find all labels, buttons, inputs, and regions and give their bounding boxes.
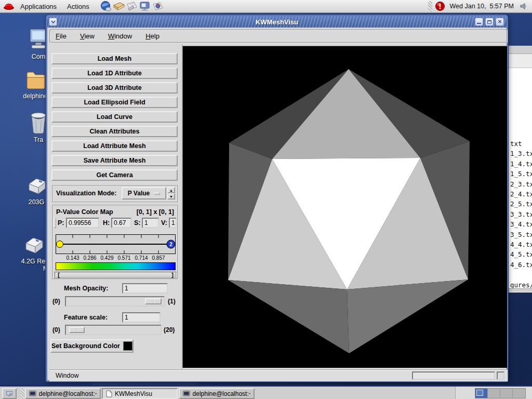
visualization-mode-dropdown[interactable]: P Value — [122, 187, 166, 200]
colormap-range-scrollbar[interactable]: [ ] — [55, 272, 177, 278]
web-browser-launcher[interactable] — [100, 1, 113, 12]
window-title: KWMeshVisu — [47, 18, 507, 26]
document-icon — [106, 390, 112, 397]
set-background-color-label: Set Background Color — [51, 342, 120, 350]
scrollbar-thumb[interactable]: [ ] — [56, 273, 176, 277]
colormap-frame: P-Value Color Map [0, 1] x [0, 1] P: H: … — [51, 204, 178, 279]
load-attribute-mesh-button[interactable]: Load Attribute Mesh — [51, 140, 178, 152]
disk-icon — [25, 177, 48, 197]
taskbar-drag-handle[interactable] — [20, 389, 24, 399]
s-value-field[interactable] — [142, 218, 159, 228]
redhat-menu-button[interactable] — [2, 1, 15, 12]
control-point-badge: 2 — [169, 242, 172, 247]
chevron-down-icon — [51, 20, 56, 23]
actions-menu[interactable]: Actions — [62, 3, 95, 10]
workspace-4[interactable] — [513, 389, 525, 398]
menu-window[interactable]: Window — [108, 32, 132, 40]
feature-slider-handle[interactable] — [69, 327, 85, 333]
workspace-3[interactable] — [500, 389, 513, 398]
mode-spinner-up[interactable]: ▲ — [167, 187, 175, 193]
web-browser-icon — [100, 1, 112, 12]
workspace-1[interactable] — [475, 389, 488, 398]
impress-launcher[interactable] — [139, 1, 152, 12]
minimize-button[interactable] — [475, 18, 483, 26]
visualization-mode-frame: Visualization Mode: P Value ▲ ▼ — [51, 184, 178, 202]
arrow-up-icon: ▲ — [169, 189, 173, 192]
h-label: H: — [103, 219, 110, 227]
transfer-function-editor[interactable]: 2 — [56, 234, 176, 254]
load-3d-attribute-button[interactable]: Load 3D Attribute — [51, 82, 178, 94]
h-value-field[interactable] — [111, 218, 131, 228]
task-label: delphine@localhost:~ — [193, 390, 250, 397]
task-kwmeshvisu[interactable]: KWMeshVisu — [102, 388, 178, 399]
p-label: P: — [58, 219, 64, 227]
titlebar[interactable]: KWMeshVisu ✕ — [47, 16, 507, 28]
feature-min-label: (0) — [52, 326, 60, 334]
writer-launcher[interactable] — [126, 1, 139, 12]
background-terminal-window[interactable]: txt1_3.tx1_4.tx1_5.tx2_3.tx2_4.tx2_5.tx3… — [508, 46, 532, 292]
workspace-tray — [455, 387, 532, 399]
clean-attributes-button[interactable]: Clean Attributes — [51, 126, 178, 137]
feature-scale-field[interactable] — [122, 312, 161, 323]
load-mesh-button[interactable]: Load Mesh — [51, 53, 178, 64]
menu-help[interactable]: Help — [145, 32, 159, 40]
v-value-field[interactable] — [169, 218, 177, 228]
speaker-icon — [519, 2, 528, 11]
task-terminal-1[interactable]: delphine@localhost:~ — [25, 388, 101, 399]
menu-view[interactable]: View — [80, 32, 95, 40]
feature-scale-slider[interactable] — [65, 325, 162, 335]
hsv-row-scrollbar[interactable] — [54, 218, 56, 228]
task-terminal-2[interactable]: delphine@localhost:~ — [179, 388, 255, 399]
s-label: S: — [134, 219, 141, 227]
load-curve-button[interactable]: Load Curve — [51, 111, 178, 123]
task-label: KWMeshVisu — [115, 390, 152, 397]
opacity-slider-handle[interactable] — [145, 298, 162, 304]
show-desktop-button[interactable] — [2, 388, 17, 399]
terminal-scrollbar-edge[interactable] — [509, 288, 532, 292]
arrow-down-icon: ▼ — [169, 195, 173, 198]
close-button[interactable]: ✕ — [496, 18, 504, 26]
load-1d-attribute-button[interactable]: Load 1D Attribute — [51, 68, 178, 79]
applications-menu[interactable]: Applications — [15, 3, 62, 10]
writer-icon — [126, 1, 138, 11]
colormap-gradient — [56, 262, 176, 270]
panel-clock[interactable]: Wed Jan 10, 5:57 PM — [447, 3, 517, 10]
workspace-2[interactable] — [488, 389, 500, 398]
visualization-mode-value: P Value — [128, 190, 150, 197]
left-grip-icon: [ — [57, 274, 60, 278]
window-menu-button[interactable] — [49, 18, 57, 26]
handle-ridge — [153, 299, 154, 303]
get-camera-button[interactable]: Get Camera — [51, 169, 178, 181]
optionmenu-indicator-icon — [154, 192, 160, 195]
colormap-title: P-Value Color Map — [56, 208, 113, 216]
resize-grip[interactable] — [497, 371, 504, 380]
mesh-opacity-slider[interactable] — [65, 296, 165, 307]
status-text: Window — [56, 372, 78, 379]
calc-launcher[interactable] — [152, 1, 165, 12]
menu-file[interactable]: File — [56, 32, 66, 40]
mode-spinner-down[interactable]: ▼ — [167, 193, 175, 200]
opacity-min-label: (0) — [52, 298, 60, 305]
maximize-button[interactable] — [485, 18, 494, 26]
render-viewport[interactable] — [182, 46, 507, 368]
terminal-icon — [183, 391, 190, 397]
mesh-opacity-field[interactable] — [122, 283, 168, 294]
left-control-point[interactable] — [57, 241, 63, 248]
tick-labels-row: 0.143 0.286 0.429 0.571 0.714 0.857 — [56, 255, 176, 261]
alert-icon — [435, 1, 445, 11]
volume-control[interactable] — [517, 1, 530, 12]
right-grip-icon: ] — [171, 274, 174, 278]
kwmeshvisu-window: KWMeshVisu ✕ File View Window Help Load … — [46, 15, 508, 382]
disk-icon — [22, 236, 45, 257]
workspace-pager[interactable] — [475, 388, 526, 398]
save-attribute-mesh-button[interactable]: Save Attribute Mesh — [51, 155, 178, 166]
redhat-icon — [3, 2, 15, 10]
impress-icon — [139, 1, 151, 11]
colormap-range: [0, 1] x [0, 1] — [137, 208, 174, 216]
set-background-color-button[interactable]: Set Background Color — [50, 339, 134, 353]
panel-drag-handle[interactable] — [428, 1, 432, 12]
load-ellipsoid-field-button[interactable]: Load Ellipsoid Field — [51, 97, 178, 108]
email-launcher[interactable] — [113, 1, 126, 12]
alert-notifier[interactable] — [434, 1, 447, 12]
p-value-field[interactable] — [66, 218, 99, 228]
